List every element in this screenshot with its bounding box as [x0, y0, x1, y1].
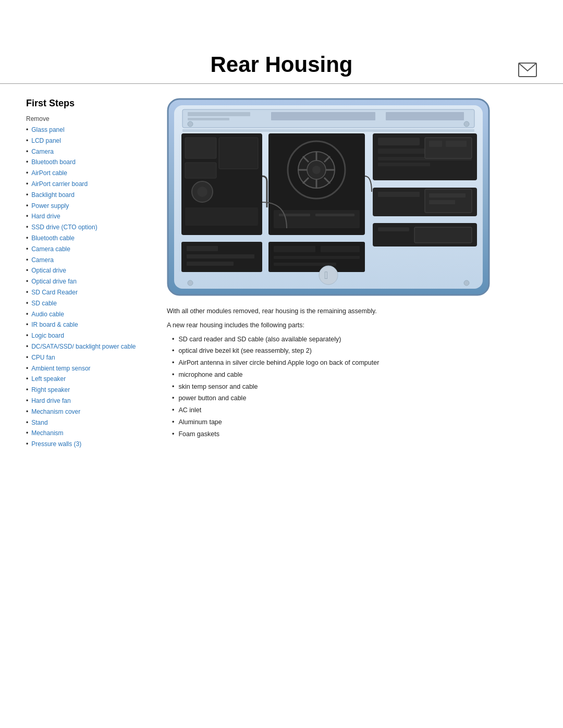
svg-rect-40: [378, 192, 420, 197]
list-item: Power supply: [26, 202, 151, 211]
step-link[interactable]: Optical drive: [31, 266, 66, 275]
svg-rect-42: [429, 193, 466, 198]
svg-rect-35: [378, 163, 430, 166]
svg-point-19: [312, 166, 321, 174]
svg-point-59: [464, 121, 469, 127]
svg-rect-5: [188, 118, 229, 120]
list-item: SSD drive (CTO option): [26, 223, 151, 232]
list-item: LCD panel: [26, 137, 151, 145]
main-content: First Steps Remove Glass panelLCD panelC…: [0, 98, 563, 451]
step-link[interactable]: Logic board: [31, 331, 64, 340]
list-item: microphone and cable: [172, 370, 537, 380]
step-link[interactable]: Camera cable: [31, 245, 70, 254]
list-item: skin temp sensor and cable: [172, 382, 537, 392]
step-link[interactable]: Bluetooth cable: [31, 234, 75, 243]
list-item: Hard drive: [26, 212, 151, 221]
svg-rect-10: [185, 163, 216, 178]
step-link[interactable]: CPU fan: [31, 353, 55, 362]
svg-rect-7: [386, 112, 464, 120]
list-item: Audio cable: [26, 310, 151, 319]
includes-list: SD card reader and SD cable (also availa…: [172, 335, 537, 439]
step-link[interactable]: Power supply: [31, 202, 69, 211]
step-link[interactable]: Camera: [31, 147, 54, 156]
remove-label: Remove: [26, 115, 151, 122]
list-item: Bluetooth cable: [26, 234, 151, 243]
step-link[interactable]: IR board & cable: [31, 320, 78, 329]
svg-point-60: [188, 280, 193, 286]
list-item: SD Card Reader: [26, 288, 151, 297]
step-link[interactable]: Hard drive fan: [31, 397, 70, 405]
step-link[interactable]: SSD drive (CTO option): [31, 223, 97, 232]
step-link[interactable]: Ambient temp sensor: [31, 364, 90, 373]
list-item: AirPort carrier board: [26, 180, 151, 189]
step-link[interactable]: LCD panel: [31, 137, 61, 145]
mail-icon-container: [518, 63, 537, 79]
step-link[interactable]: AirPort carrier board: [31, 180, 88, 189]
list-item: Camera: [26, 147, 151, 156]
list-item: AirPort cable: [26, 169, 151, 178]
list-item: Camera cable: [26, 245, 151, 254]
description-area: With all other modules removed, rear hou…: [167, 306, 537, 439]
list-item: IR board & cable: [26, 320, 151, 329]
page-title: Rear Housing: [0, 52, 563, 77]
imac-diagram-svg: : [167, 98, 490, 296]
step-link[interactable]: Hard drive: [31, 212, 60, 221]
list-item: AirPort antenna in silver circle behind …: [172, 358, 537, 368]
step-link[interactable]: Pressure walls (3): [31, 440, 81, 449]
svg-rect-6: [271, 112, 375, 120]
svg-rect-45: [378, 227, 409, 231]
step-link[interactable]: Bluetooth board: [31, 158, 76, 167]
svg-point-61: [464, 280, 469, 286]
step-link[interactable]: SD Card Reader: [31, 288, 78, 297]
list-item: Foam gaskets: [172, 429, 537, 439]
page-container: Rear Housing First Steps Remove Glass pa…: [0, 52, 563, 728]
step-link[interactable]: SD cable: [31, 299, 57, 308]
list-item: Logic board: [26, 331, 151, 340]
list-item: optical drive bezel kit (see reassembly,…: [172, 346, 537, 356]
step-link[interactable]: Left speaker: [31, 375, 66, 384]
step-link[interactable]: AirPort cable: [31, 169, 67, 178]
list-item: Backlight board: [26, 191, 151, 200]
step-link[interactable]: Backlight board: [31, 191, 75, 200]
svg-rect-50: [187, 262, 234, 266]
description-line2: A new rear housing includes the followin…: [167, 320, 537, 330]
list-item: Bluetooth board: [26, 158, 151, 167]
steps-list: Glass panelLCD panelCameraBluetooth boar…: [26, 126, 151, 449]
step-link[interactable]: Optical drive fan: [31, 277, 77, 286]
list-item: Mechanism: [26, 429, 151, 438]
right-column:  With all other modules removed, rear h…: [167, 98, 537, 451]
imac-diagram-container: : [167, 98, 490, 296]
step-link[interactable]: Mechanism: [31, 429, 63, 438]
list-item: Mechanism cover: [26, 408, 151, 416]
first-steps-heading: First Steps: [26, 98, 151, 109]
svg-rect-4: [188, 112, 250, 116]
svg-rect-52: [274, 246, 315, 252]
svg-rect-49: [187, 254, 254, 258]
list-item: DC/SATA/SSD/ backlight power cable: [26, 342, 151, 351]
list-item: CPU fan: [26, 353, 151, 362]
step-link[interactable]: Glass panel: [31, 126, 64, 134]
list-item: Optical drive fan: [26, 277, 151, 286]
list-item: AC inlet: [172, 405, 537, 415]
step-link[interactable]: Camera: [31, 256, 54, 265]
list-item: Ambient temp sensor: [26, 364, 151, 373]
step-link[interactable]: Stand: [31, 418, 47, 427]
step-link[interactable]: DC/SATA/SSD/ backlight power cable: [31, 342, 136, 351]
svg-point-58: [188, 121, 193, 127]
step-link[interactable]: Right speaker: [31, 386, 70, 394]
step-link[interactable]: Audio cable: [31, 310, 64, 319]
list-item: Hard drive fan: [26, 397, 151, 405]
svg-rect-30: [315, 214, 354, 216]
list-item: SD card reader and SD cable (also availa…: [172, 335, 537, 344]
svg-rect-55: [274, 263, 336, 266]
step-link[interactable]: Mechanism cover: [31, 408, 80, 416]
svg-rect-14: [185, 207, 258, 226]
svg-text:: : [324, 269, 328, 281]
description-line1: With all other modules removed, rear hou…: [167, 306, 537, 316]
list-item: SD cable: [26, 299, 151, 308]
svg-rect-11: [219, 138, 258, 169]
mail-icon: [518, 63, 537, 77]
list-item: power button and cable: [172, 393, 537, 403]
list-item: Pressure walls (3): [26, 440, 151, 449]
top-border: [0, 83, 563, 84]
